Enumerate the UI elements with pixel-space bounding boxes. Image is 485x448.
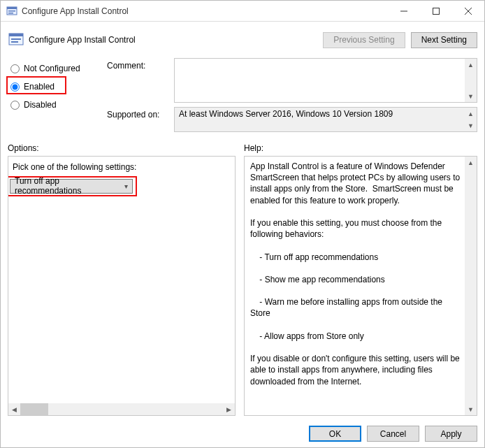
- comment-field: Comment: ▲ ▼: [107, 58, 477, 103]
- radio-disabled-input[interactable]: [10, 101, 20, 110]
- options-prompt: Pick one of the following settings:: [8, 157, 235, 176]
- scroll-up-icon[interactable]: ▲: [465, 59, 477, 71]
- state-radios: Not Configured Enabled Disabled: [8, 58, 99, 132]
- radio-not-configured[interactable]: Not Configured: [10, 62, 99, 75]
- policy-icon: [8, 31, 24, 48]
- section-labels: Options: Help:: [8, 143, 477, 153]
- scroll-down-icon[interactable]: ▼: [465, 120, 477, 131]
- apply-button[interactable]: Apply: [425, 426, 477, 442]
- lower-panes: Pick one of the following settings: Turn…: [8, 156, 477, 416]
- ok-button[interactable]: OK: [309, 426, 361, 442]
- radio-disabled[interactable]: Disabled: [10, 99, 99, 111]
- radio-enabled-label: Enabled: [24, 82, 55, 92]
- scroll-left-icon[interactable]: ◀: [8, 403, 20, 415]
- maximize-button[interactable]: [420, 1, 452, 21]
- supported-scrollbar[interactable]: ▲ ▼: [465, 108, 477, 131]
- cancel-button[interactable]: Cancel: [367, 426, 419, 442]
- radio-enabled[interactable]: Enabled: [10, 80, 99, 93]
- header-row: Configure App Install Control Previous S…: [8, 27, 477, 52]
- help-text: App Install Control is a feature of Wind…: [245, 157, 477, 391]
- scroll-down-icon[interactable]: ▼: [465, 403, 477, 415]
- supported-text: At least Windows Server 2016, Windows 10…: [175, 108, 464, 120]
- options-hscrollbar[interactable]: ◀ ▶: [8, 403, 235, 415]
- hscroll-track[interactable]: [48, 403, 223, 415]
- options-combobox-value: Turn off app recommendations: [15, 176, 120, 196]
- options-pane: Pick one of the following settings: Turn…: [8, 156, 236, 416]
- options-combobox[interactable]: Turn off app recommendations ▾: [10, 179, 133, 194]
- comment-box: ▲ ▼: [174, 58, 477, 103]
- scroll-right-icon[interactable]: ▶: [223, 403, 235, 415]
- radio-enabled-input[interactable]: [10, 82, 20, 92]
- window-controls: [388, 1, 484, 21]
- comment-textarea[interactable]: [175, 59, 464, 102]
- titlebar: Configure App Install Control: [1, 1, 484, 22]
- comment-scrollbar[interactable]: ▲ ▼: [465, 59, 477, 102]
- svg-rect-1: [7, 7, 17, 9]
- supported-field: Supported on: At least Windows Server 20…: [107, 107, 477, 132]
- options-label: Options:: [8, 143, 236, 153]
- previous-setting-button: Previous Setting: [323, 32, 405, 48]
- scroll-up-icon[interactable]: ▲: [465, 108, 477, 120]
- supported-box: At least Windows Server 2016, Windows 10…: [174, 107, 477, 132]
- app-icon: [6, 6, 17, 17]
- svg-rect-9: [9, 34, 23, 36]
- next-setting-button[interactable]: Next Setting: [411, 32, 477, 48]
- help-label: Help:: [236, 143, 477, 153]
- window: Configure App Install Control: [0, 0, 485, 448]
- svg-rect-10: [11, 38, 21, 40]
- scroll-up-icon[interactable]: ▲: [465, 157, 477, 168]
- svg-rect-11: [11, 41, 18, 43]
- footer: OK Cancel Apply: [1, 420, 484, 447]
- help-pane: App Install Control is a feature of Wind…: [244, 156, 477, 416]
- minimize-button[interactable]: [388, 1, 420, 21]
- svg-rect-2: [8, 10, 15, 12]
- comment-label: Comment:: [107, 58, 170, 71]
- config-grid: Not Configured Enabled Disabled Comment:: [8, 58, 477, 132]
- window-title: Configure App Install Control: [22, 6, 388, 16]
- svg-rect-3: [8, 13, 13, 14]
- radio-not-configured-input[interactable]: [10, 64, 20, 73]
- content: Configure App Install Control Previous S…: [1, 22, 484, 420]
- radio-disabled-label: Disabled: [24, 100, 57, 110]
- supported-label: Supported on:: [107, 107, 170, 120]
- hscroll-thumb[interactable]: [20, 403, 48, 415]
- radio-not-configured-label: Not Configured: [24, 64, 80, 73]
- svg-rect-5: [433, 8, 440, 14]
- close-button[interactable]: [452, 1, 484, 21]
- chevron-down-icon: ▾: [120, 182, 132, 190]
- scroll-down-icon[interactable]: ▼: [465, 90, 477, 102]
- help-scrollbar[interactable]: ▲ ▼: [465, 157, 477, 415]
- page-title: Configure App Install Control: [29, 35, 323, 45]
